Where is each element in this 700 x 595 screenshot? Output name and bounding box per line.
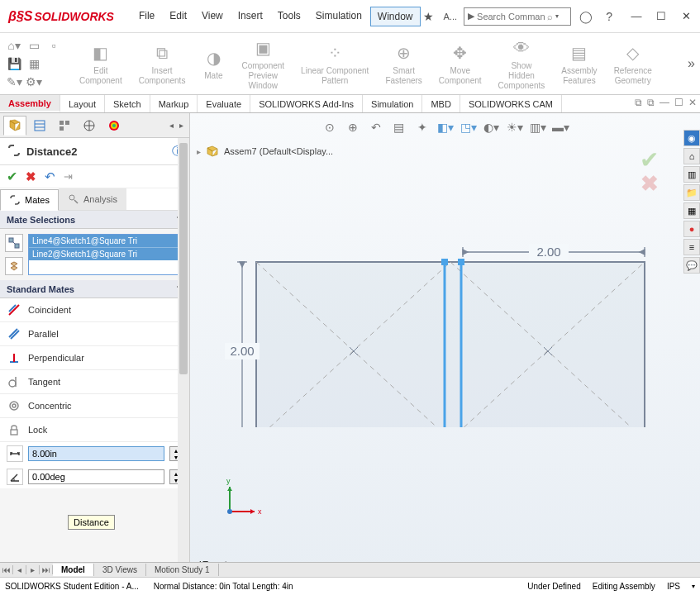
- panel-min-icon[interactable]: —: [660, 97, 669, 108]
- mate-parallel[interactable]: Parallel: [0, 322, 189, 346]
- distance-input[interactable]: [28, 446, 164, 461]
- dynamic-icon[interactable]: ✦: [413, 118, 431, 136]
- mate-perpendicular[interactable]: Perpendicular: [0, 346, 189, 370]
- taskpane-custom-props-icon[interactable]: ≡: [683, 239, 700, 255]
- ribbon-smart-fasteners[interactable]: ⊕Smart Fasteners: [377, 41, 430, 86]
- menu-view[interactable]: View: [195, 7, 230, 26]
- taskpane-design-library-icon[interactable]: ▥: [683, 166, 700, 183]
- section-view-icon[interactable]: ▤: [390, 118, 408, 136]
- mate-tangent[interactable]: Tangent: [0, 370, 189, 394]
- undo-button[interactable]: ↶: [45, 169, 55, 184]
- panel-popout-icon[interactable]: ⧉: [635, 97, 642, 108]
- tab-mbd[interactable]: MBD: [422, 95, 460, 112]
- help-icon[interactable]: ?: [601, 8, 617, 25]
- taskpane-forum-icon[interactable]: 💬: [683, 257, 700, 274]
- taskpane-view-palette-icon[interactable]: ▦: [683, 202, 700, 219]
- panel-tab-config[interactable]: [53, 116, 76, 136]
- nav-next-icon[interactable]: ▸: [26, 565, 40, 574]
- cancel-button[interactable]: ✖: [26, 169, 36, 184]
- selection-item-1[interactable]: Line4@Sketch1@Square Tri: [29, 235, 183, 247]
- search-dropdown-icon[interactable]: ▾: [555, 12, 559, 20]
- panel-max-icon[interactable]: ☐: [674, 97, 683, 108]
- save-icon[interactable]: 💾: [7, 56, 21, 71]
- ribbon-more-icon[interactable]: »: [688, 56, 695, 71]
- ribbon-show-hidden[interactable]: 👁Show Hidden Components: [490, 36, 554, 91]
- tab-simulation[interactable]: Simulation: [363, 95, 422, 112]
- ribbon-assembly-features[interactable]: ▤Assembly Features: [553, 41, 605, 86]
- close-doc-icon[interactable]: ▫: [46, 38, 61, 53]
- display-style-icon[interactable]: ◧▾: [436, 118, 455, 136]
- search-icon[interactable]: ⌕: [547, 12, 553, 21]
- panel-tab-property[interactable]: [28, 116, 51, 136]
- nav-last-icon[interactable]: ⏭: [40, 565, 53, 574]
- breadcrumb-arrow-icon[interactable]: ▸: [197, 147, 201, 156]
- status-units[interactable]: IPS: [667, 582, 680, 591]
- search-input[interactable]: [477, 12, 547, 21]
- mate-selections-header[interactable]: Mate Selections ⌃: [0, 211, 189, 229]
- edit-appearance-icon[interactable]: ◐▾: [483, 118, 501, 136]
- status-dropdown-icon[interactable]: ▾: [692, 583, 695, 590]
- previous-view-icon[interactable]: ↶: [367, 118, 385, 136]
- ribbon-component-preview[interactable]: ▣Component Preview Window: [233, 36, 293, 91]
- minimize-button[interactable]: —: [624, 7, 649, 26]
- tab-cam[interactable]: SOLIDWORKS CAM: [460, 95, 562, 112]
- zoom-fit-icon[interactable]: ⊙: [321, 118, 339, 136]
- tab-assembly[interactable]: Assembly: [0, 95, 60, 112]
- hide-show-icon[interactable]: ◳▾: [460, 118, 478, 136]
- mate-align-icon[interactable]: [5, 257, 23, 275]
- mate-coincident[interactable]: Coincident: [0, 298, 189, 322]
- pin-button[interactable]: ⇥: [64, 170, 73, 183]
- taskpane-file-explorer-icon[interactable]: 📁: [683, 184, 700, 201]
- view-settings-icon[interactable]: ▥▾: [529, 118, 547, 136]
- menu-insert[interactable]: Insert: [231, 7, 269, 26]
- tab-evaluate[interactable]: Evaluate: [198, 95, 250, 112]
- tool-icon[interactable]: ✎▾: [7, 74, 21, 89]
- maximize-button[interactable]: ☐: [649, 7, 674, 26]
- panel-tab-right-arrow[interactable]: ▸: [176, 116, 186, 136]
- panel-tab-appearance[interactable]: [102, 116, 126, 136]
- scrollbar-thumb[interactable]: [179, 143, 188, 374]
- selection-item-2[interactable]: Line2@Sketch1@Square Tri: [29, 247, 183, 260]
- distance-icon[interactable]: [7, 445, 23, 462]
- ribbon-edit-component[interactable]: ◧Edit Component: [71, 41, 131, 86]
- standard-mates-header[interactable]: Standard Mates ⌃: [0, 280, 189, 298]
- tab-motion-study[interactable]: Motion Study 1: [146, 564, 219, 576]
- mate-lock[interactable]: Lock: [0, 418, 189, 442]
- ribbon-reference-geometry[interactable]: ◇Reference Geometry: [606, 41, 660, 86]
- star-icon[interactable]: ★: [421, 8, 437, 25]
- taskpane-home-icon[interactable]: ⌂: [683, 148, 700, 164]
- zoom-area-icon[interactable]: ⊕: [344, 118, 362, 136]
- menu-edit[interactable]: Edit: [163, 7, 193, 26]
- ribbon-mate[interactable]: ◑Mate: [193, 46, 233, 81]
- panel-close-icon[interactable]: ✕: [688, 97, 697, 108]
- menu-window[interactable]: Window: [370, 7, 421, 26]
- user-icon[interactable]: ◯: [578, 8, 594, 25]
- panel-tab-display[interactable]: [78, 116, 101, 136]
- taskpane-appearances-icon[interactable]: ●: [683, 221, 700, 237]
- close-button[interactable]: ✕: [674, 7, 698, 26]
- panel-popin-icon[interactable]: ⧉: [647, 97, 655, 108]
- command-search[interactable]: ▶ ⌕ ▾: [464, 7, 571, 26]
- tab-addins[interactable]: SOLIDWORKS Add-Ins: [250, 95, 363, 112]
- ribbon-insert-components[interactable]: ⧉Insert Components: [131, 41, 194, 86]
- tab-layout[interactable]: Layout: [60, 95, 105, 112]
- ok-button[interactable]: ✔: [7, 169, 17, 184]
- ribbon-linear-pattern[interactable]: ⁘Linear Component Pattern: [293, 41, 377, 86]
- taskpane-resources-icon[interactable]: ◉: [683, 130, 700, 146]
- panel-tab-feature-tree[interactable]: [3, 116, 26, 136]
- home-icon[interactable]: ⌂▾: [7, 38, 21, 53]
- panel-scrollbar[interactable]: [178, 138, 189, 576]
- angle-input[interactable]: [28, 469, 164, 484]
- tab-3d-views[interactable]: 3D Views: [94, 564, 146, 576]
- ribbon-move-component[interactable]: ✥Move Component: [431, 41, 490, 86]
- tab-sketch[interactable]: Sketch: [105, 95, 150, 112]
- tab-model[interactable]: Model: [53, 564, 94, 576]
- nav-prev-icon[interactable]: ◂: [13, 565, 26, 574]
- entity-select-icon[interactable]: [5, 234, 23, 252]
- menu-tools[interactable]: Tools: [271, 7, 307, 26]
- tab-analysis[interactable]: Analysis: [59, 188, 126, 210]
- menu-file[interactable]: File: [132, 7, 161, 26]
- mate-concentric[interactable]: Concentric: [0, 394, 189, 418]
- gear-icon[interactable]: ⚙▾: [26, 74, 41, 89]
- nav-first-icon[interactable]: ⏮: [0, 565, 13, 574]
